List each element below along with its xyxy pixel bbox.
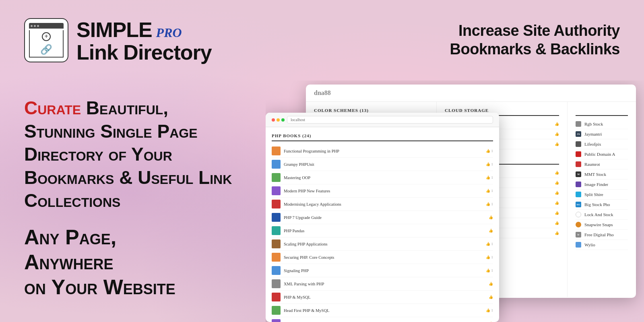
link-name: Jaymantri [584, 132, 628, 136]
favicon [272, 293, 281, 301]
favicon [272, 226, 281, 235]
main-content: Curate Beautiful, Stunning Single Page D… [0, 80, 644, 322]
votes: 👍 1 [486, 242, 493, 246]
link-name: Head First PHP & MySQL [284, 308, 483, 313]
votes: 👍 1 [486, 308, 493, 312]
list-item: Head First PHP & MySQL 👍 1 [272, 304, 493, 317]
list-item: fr Free Digital Pho [576, 230, 628, 240]
logo-icon: + 🔗 [24, 18, 68, 62]
favicon [272, 253, 281, 262]
link-name: Lifeofpix [584, 142, 628, 147]
list-item: JA Jaymantri [576, 129, 628, 139]
php-books-title: PHP BOOKS (24) [272, 133, 493, 141]
sc-front-body: PHP BOOKS (24) Functional Programming in… [266, 127, 499, 322]
votes: 👍 [555, 211, 559, 215]
list-item: Modern PHP New Features 👍 1 [272, 184, 493, 198]
list-item: PHP Pandas 👍 [272, 224, 493, 237]
votes: 👍 [555, 201, 559, 205]
votes: 👍 1 [486, 268, 493, 272]
logo-section: + 🔗 SIMPLE PRO Link Directory [24, 18, 212, 63]
votes: 👍 1 [486, 149, 493, 153]
votes: 👍 1 [486, 189, 493, 193]
left-section: Curate Beautiful, Stunning Single Page D… [0, 80, 266, 322]
favicon [272, 319, 281, 322]
list-item: Modernising Legacy Applications 👍 1 [272, 198, 493, 211]
favicon: fr [576, 232, 581, 237]
votes: 👍 [555, 171, 559, 175]
link-name: Mastering OOP [284, 175, 483, 180]
list-item: PHP & MySQL 👍 [272, 291, 493, 304]
list-item: PHP for the Web 👍 [272, 317, 493, 322]
subheadline-line2: Anywhere [24, 250, 242, 275]
votes: 👍 [489, 282, 493, 286]
favicon [576, 141, 581, 147]
favicon [576, 121, 581, 127]
link-name: Public Domain A [584, 152, 628, 157]
list-item: Lock And Stock [576, 210, 628, 220]
link-name: Image Finder [584, 182, 628, 187]
right-col-title [576, 108, 628, 116]
votes: 👍 1 [486, 202, 493, 206]
curate-text: Curate [24, 97, 81, 118]
headline: Curate Beautiful, Stunning Single Page D… [24, 97, 242, 213]
link-name: Lock And Stock [584, 212, 628, 217]
list-item: Scaling PHP Applications 👍 1 [272, 237, 493, 251]
link-name: Big Stock Pho [584, 202, 628, 207]
favicon [576, 242, 581, 248]
link-name: Raumrot [584, 162, 628, 167]
list-item: Functional Programming in PHP 👍 1 [272, 144, 493, 158]
votes: 👍 [555, 132, 559, 136]
favicon [272, 147, 281, 155]
list-item: Rgb Stock [576, 119, 628, 129]
link-directory-label: Link Directory [76, 42, 212, 63]
link-name: Securing PHP. Core Concepts [284, 255, 483, 260]
link-name: Free Digital Pho [584, 232, 628, 237]
votes: 👍 1 [486, 255, 493, 259]
votes: 👍 [555, 122, 559, 126]
favicon: M [576, 171, 581, 177]
favicon [272, 239, 281, 248]
votes: 👍 [555, 191, 559, 195]
votes: 👍 [555, 221, 559, 225]
tagline: Increase Site Authority Bookmarks & Back… [450, 22, 620, 58]
favicon [272, 160, 281, 169]
votes: 👍 1 [486, 162, 493, 166]
favicon [272, 306, 281, 315]
votes: 👍 [555, 142, 559, 146]
list-item: BIG Big Stock Pho [576, 200, 628, 210]
favicon [576, 212, 581, 217]
header: + 🔗 SIMPLE PRO Link Directory Increase S… [0, 0, 644, 80]
votes: 👍 [555, 231, 559, 235]
link-name: XML Parsing with PHP [284, 282, 485, 286]
logo-text: SIMPLE PRO Link Directory [76, 18, 212, 63]
link-name: PHP & MySQL [284, 295, 485, 299]
simple-label: SIMPLE [76, 18, 152, 42]
sc-back-header: dna88 [306, 85, 636, 102]
favicon [272, 173, 281, 182]
link-name: PHP Pandas [284, 229, 485, 233]
favicon [576, 151, 581, 157]
subheadline: Any Page, Anywhere on Your Website [24, 225, 242, 300]
list-item: Securing PHP. Core Concepts 👍 1 [272, 251, 493, 264]
right-section: dna88 COLOR SCHEMES (13) Adobe Color 👍 2… [266, 80, 644, 322]
list-item: Public Domain A [576, 149, 628, 159]
favicon [272, 200, 281, 208]
right-col: Rgb Stock JA Jaymantri Lifeofpix Public … [568, 102, 636, 297]
subheadline-line3: on Your Website [24, 275, 242, 299]
list-item: XML Parsing with PHP 👍 [272, 277, 493, 291]
list-item: Signaling PHP 👍 1 [272, 264, 493, 277]
link-name: Rgb Stock [584, 122, 628, 126]
votes: 👍 [555, 181, 559, 185]
link-name: MMT Stock [584, 172, 628, 177]
favicon [272, 186, 281, 195]
browser-dots [272, 118, 285, 122]
favicon [576, 222, 581, 227]
favicon: JA [576, 131, 581, 137]
link-name: Wylio [584, 242, 628, 247]
list-item: Wylio [576, 240, 628, 250]
votes: 👍 [489, 295, 493, 299]
favicon [576, 182, 581, 187]
link-name: Grumpy PHPUnit [284, 162, 483, 167]
list-item: Lifeofpix [576, 139, 628, 149]
link-name: Scaling PHP Applications [284, 242, 483, 246]
